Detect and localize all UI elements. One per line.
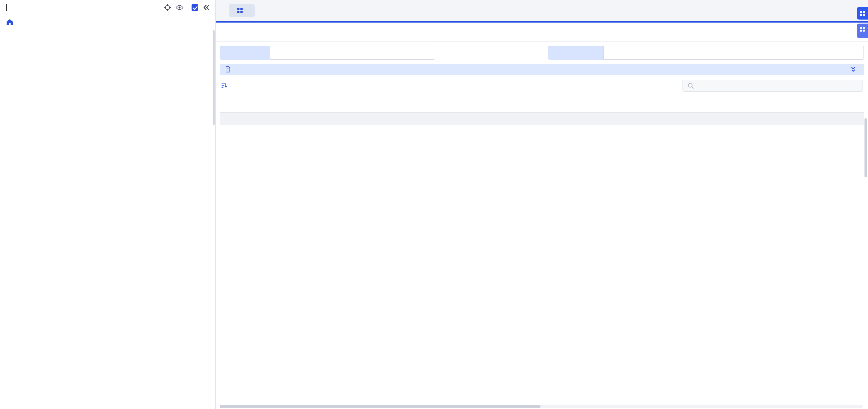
theme-domain-mode-checkbox[interactable] bbox=[191, 4, 198, 11]
grid-icon bbox=[237, 7, 243, 14]
vertical-scrollbar-thumb[interactable] bbox=[865, 118, 867, 178]
field-search-input[interactable] bbox=[698, 82, 858, 90]
horizontal-scrollbar[interactable] bbox=[220, 405, 863, 408]
expand-button[interactable] bbox=[850, 66, 859, 73]
field-search[interactable] bbox=[682, 80, 863, 92]
document-tab-strip bbox=[216, 0, 868, 21]
chevron-double-down-icon bbox=[850, 66, 857, 73]
code-input[interactable] bbox=[270, 45, 435, 60]
table-header bbox=[220, 112, 864, 125]
sidebar bbox=[0, 0, 216, 409]
detail-tabs bbox=[216, 23, 868, 41]
app-window bbox=[0, 0, 868, 409]
collapse-sidebar-icon[interactable] bbox=[202, 3, 210, 11]
main-panel bbox=[216, 0, 868, 409]
table-body bbox=[220, 125, 864, 405]
grid-icon bbox=[860, 10, 866, 16]
eye-icon[interactable] bbox=[176, 3, 184, 11]
code-field-label bbox=[220, 45, 270, 60]
sidebar-header bbox=[0, 0, 215, 15]
title-accent-bar bbox=[6, 4, 7, 11]
field-library-tab[interactable] bbox=[857, 24, 868, 38]
sidebar-item-home-cover[interactable] bbox=[0, 15, 215, 29]
field-detail-bar bbox=[220, 79, 864, 92]
field-table bbox=[220, 112, 864, 405]
locate-icon[interactable] bbox=[163, 3, 172, 11]
right-panel-toggle-button[interactable] bbox=[857, 7, 868, 20]
display-name-field-label bbox=[548, 45, 603, 60]
more-settings-bar[interactable] bbox=[220, 64, 864, 75]
document-tab[interactable] bbox=[229, 4, 255, 17]
home-icon bbox=[6, 18, 13, 26]
horizontal-scrollbar-thumb[interactable] bbox=[220, 405, 540, 408]
field-toolbar bbox=[220, 95, 864, 108]
display-name-input[interactable] bbox=[603, 45, 864, 60]
document-icon bbox=[225, 66, 231, 73]
grid-icon bbox=[860, 27, 865, 32]
field-list-icon bbox=[221, 83, 227, 89]
table-meta-form bbox=[220, 45, 864, 60]
search-icon bbox=[687, 83, 694, 89]
sidebar-scrollbar-thumb[interactable] bbox=[213, 30, 215, 125]
